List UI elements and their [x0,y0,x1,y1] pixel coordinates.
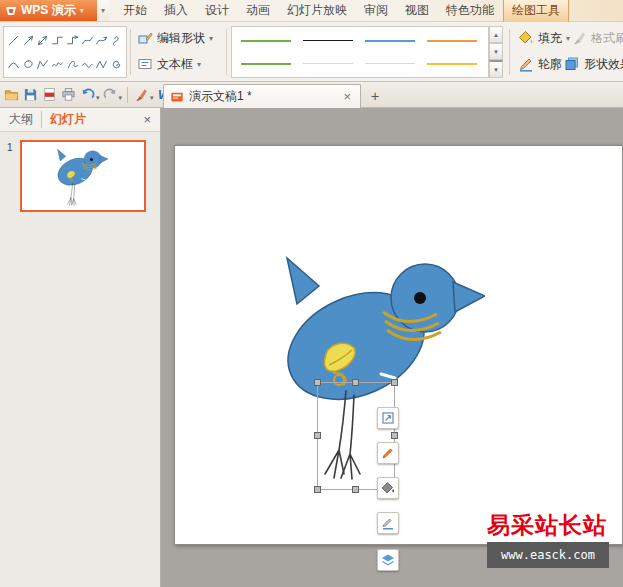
curve-arrow-icon [95,34,108,47]
text-box-label: 文本框 [157,56,193,73]
shape-option-spiral[interactable] [109,52,124,76]
shape-style-button[interactable] [377,442,399,464]
menu-tab-home[interactable]: 开始 [115,0,155,22]
shape-outline-button[interactable] [377,512,399,534]
line-style-option[interactable] [235,29,297,52]
wps-app-menu-button[interactable]: WPS 演示 ▾ [0,0,97,21]
watermark-url: www.easck.com [487,542,609,568]
shape-option-elbow-arrow[interactable] [65,28,80,52]
paint-format-button[interactable] [132,85,151,105]
selection-handle[interactable] [391,379,398,386]
panel-tab-slides[interactable]: 幻灯片 [50,111,86,128]
gallery-more-icon[interactable]: ▾ [489,60,503,78]
shape-option-zigzag[interactable] [95,52,110,76]
panel-tab-outline[interactable]: 大纲 [9,111,42,128]
shape-option-curved-connector[interactable] [80,28,95,52]
line-style-option[interactable] [235,52,297,75]
edit-pencil-icon [381,446,395,460]
editing-canvas: 易采站长站 www.easck.com [161,108,623,587]
gallery-scroll-down-icon[interactable]: ▾ [489,43,503,60]
line-style-option[interactable] [297,29,359,52]
line-style-option[interactable] [359,52,421,75]
shape-effects-button[interactable]: 形状效果 [560,53,623,75]
s-curve-icon [110,34,123,47]
document-tab[interactable]: 演示文稿1 * × [163,84,361,108]
menu-tab-insert[interactable]: 插入 [156,0,196,22]
selection-handle[interactable] [352,379,359,386]
presentation-file-icon [170,90,184,104]
paint-format-caret-icon[interactable]: ▾ [150,94,154,102]
shape-fill-button[interactable] [377,477,399,499]
selection-handle[interactable] [314,379,321,386]
slide-thumbnail-bird [52,146,108,210]
arrange-layers-button[interactable] [377,549,399,571]
shape-option-double-arrow[interactable] [36,28,51,52]
selection-handle[interactable] [352,486,359,493]
fill-button[interactable]: 填充 ▾ [514,27,574,49]
edit-shape-label: 编辑形状 [157,30,205,47]
undo-button[interactable] [78,85,97,105]
selection-handle[interactable] [314,486,321,493]
print-button[interactable] [59,85,78,105]
line-style-option[interactable] [421,29,483,52]
shape-option-wave[interactable] [80,52,95,76]
spiral-icon [110,58,123,71]
shape-option-s-curve[interactable] [109,28,124,52]
redo-caret-icon[interactable]: ▾ [119,94,123,102]
shape-effects-label: 形状效果 [584,56,623,73]
export-pdf-button[interactable] [40,85,59,105]
ribbon-divider [130,29,131,75]
wps-logo-icon [5,5,17,17]
shape-option-line[interactable] [6,28,21,52]
selection-box[interactable] [317,382,395,490]
outline-pencil-small-icon [381,516,395,530]
panel-close-icon[interactable]: × [143,112,151,127]
shape-option-loop[interactable] [65,52,80,76]
line-style-option[interactable] [359,29,421,52]
edit-shape-button[interactable]: 编辑形状 ▾ [133,27,217,49]
format-painter-button[interactable]: 格式刷 [567,27,623,49]
tab-close-icon[interactable]: × [340,89,354,104]
shape-option-scribble[interactable] [50,52,65,76]
text-box-icon [137,56,153,72]
slide-thumbnail[interactable] [20,140,146,212]
shape-gallery [3,26,127,78]
menu-tab-drawing-tools[interactable]: 绘图工具 [503,0,569,23]
menu-tab-strip: 开始 插入 设计 动画 幻灯片放映 审阅 视图 特色功能 绘图工具 [109,0,623,21]
shape-option-curve-arrow[interactable] [95,28,110,52]
arrow-icon [22,34,35,47]
toolbar-divider [127,87,128,103]
closed-curve-icon [22,58,35,71]
slides-panel: 大纲 幻灯片 × 1 [0,108,161,587]
line-style-option[interactable] [421,52,483,75]
shape-option-arc[interactable] [6,52,21,76]
slide-number: 1 [7,142,13,153]
open-folder-button[interactable] [2,85,21,105]
line-style-option[interactable] [297,52,359,75]
menu-tab-view[interactable]: 视图 [397,0,437,22]
save-button[interactable] [21,85,40,105]
menu-tab-special-features[interactable]: 特色功能 [438,0,502,22]
wave-icon [81,58,94,71]
save-icon [23,87,38,102]
undo-caret-icon[interactable]: ▾ [96,94,100,102]
menu-tab-animation[interactable]: 动画 [238,0,278,22]
menu-tab-slideshow[interactable]: 幻灯片放映 [279,0,355,22]
new-tab-button[interactable]: + [366,87,384,105]
gallery-scroll-up-icon[interactable]: ▴ [489,26,503,43]
shape-option-elbow-connector[interactable] [50,28,65,52]
text-box-button[interactable]: 文本框 ▾ [133,53,217,75]
quick-access-bar: ▾ ▾ ▾ W 演示文稿1 * × + [0,82,623,108]
selection-handle[interactable] [391,432,398,439]
shape-option-arrow[interactable] [21,28,36,52]
layout-options-button[interactable] [377,407,399,429]
menu-tab-review[interactable]: 审阅 [356,0,396,22]
shape-option-closed-curve[interactable] [21,52,36,76]
app-menu-caret-icon: ▾ [80,6,84,15]
shape-option-freeform[interactable] [36,52,51,76]
menu-tab-design[interactable]: 设计 [197,0,237,22]
zigzag-icon [95,58,108,71]
selection-handle[interactable] [314,432,321,439]
ribbon-collapse-chevron-icon[interactable]: ▾ [97,0,109,21]
redo-button[interactable] [101,85,120,105]
